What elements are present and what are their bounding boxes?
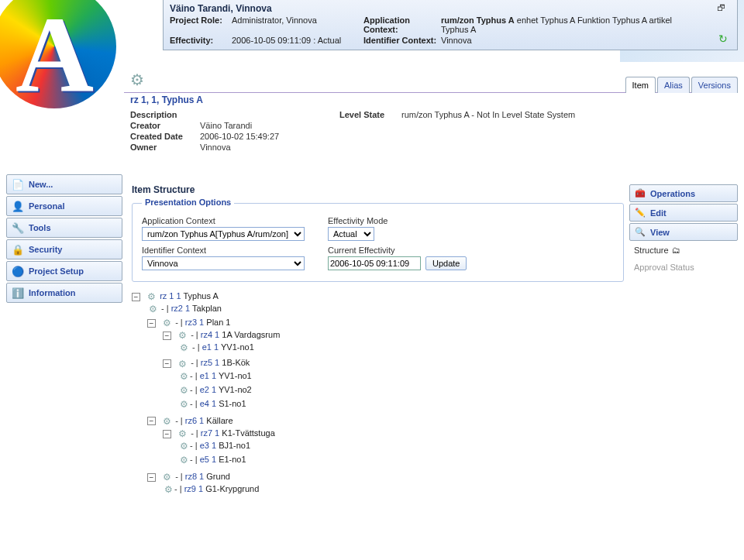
- tree-label: 1A Vardagsrum: [222, 330, 280, 339]
- owner-label: Owner: [130, 143, 200, 152]
- app-icon: 🗗: [717, 3, 729, 15]
- tree-link[interactable]: rz4 1: [201, 330, 219, 339]
- object-toolbar: ⚙ Item Alias Versions: [124, 65, 738, 93]
- gear-icon: ⚙: [180, 399, 188, 410]
- tree-link[interactable]: rz9 1: [184, 484, 203, 493]
- tree-label: G1-Krypgrund: [205, 484, 259, 493]
- presentation-legend: Presentation Options: [142, 198, 234, 207]
- created-date-value: 2006-10-02 15:49:27: [200, 132, 339, 141]
- header-panel: 🗗 Väino Tarandi, Vinnova Project Role: A…: [163, 0, 738, 50]
- person-icon: 👤: [12, 200, 24, 212]
- nav-approval-status[interactable]: Approval Status: [629, 259, 738, 275]
- collapse-icon[interactable]: −: [147, 319, 156, 328]
- collapse-icon[interactable]: −: [163, 332, 171, 340]
- cur-eff-input[interactable]: [328, 256, 421, 270]
- app-context-label: Application Context:: [363, 15, 441, 34]
- collapse-icon[interactable]: −: [147, 473, 156, 482]
- level-state-value: rum/zon Typhus A - Not In Level State Sy…: [401, 110, 738, 119]
- nav-information[interactable]: ℹ️Information: [6, 283, 122, 303]
- cur-eff-label: Current Effectivity: [328, 246, 467, 255]
- tree-label: Typhus A: [184, 291, 219, 301]
- created-date-label: Created Date: [130, 132, 200, 141]
- operations-icon: 🧰: [635, 188, 646, 198]
- id-context-field-label: Identifier Context: [142, 246, 305, 255]
- tree-link[interactable]: rz5 1: [201, 358, 219, 367]
- gear-icon: ⚙: [180, 385, 188, 396]
- pencil-icon: ✏️: [635, 208, 646, 218]
- new-icon: 📄: [12, 178, 24, 191]
- tree-link[interactable]: rz7 1: [201, 428, 219, 438]
- effectivity-label: Effectivity:: [170, 36, 232, 45]
- tree-node: ⚙ - | rz2 1 Takplan: [147, 302, 624, 316]
- refresh-icon[interactable]: ↻: [718, 33, 728, 45]
- collapse-icon[interactable]: −: [132, 293, 140, 301]
- tree-node: − ⚙ - | rz7 1 K1-Tvättstuga ⚙- | e3 1 BJ…: [163, 427, 624, 469]
- tree-label: Grund: [206, 472, 230, 481]
- tree-label: YV1-no2: [219, 385, 252, 394]
- nav-view[interactable]: 🔍View: [629, 223, 738, 241]
- tree-link[interactable]: rz2 1: [171, 304, 190, 313]
- nav-new[interactable]: 📄New...: [6, 174, 122, 194]
- collapse-icon[interactable]: −: [147, 417, 156, 425]
- tree-link[interactable]: e1 1: [200, 371, 216, 380]
- update-button[interactable]: Update: [425, 256, 467, 270]
- magnifier-icon: 🔍: [635, 227, 646, 237]
- collapse-icon[interactable]: −: [163, 359, 171, 368]
- tree-label: Plan 1: [206, 318, 230, 327]
- tree-link[interactable]: e5 1: [200, 455, 216, 464]
- gear-icon: ⚙: [178, 330, 187, 341]
- tree-label: 1B-Kök: [222, 358, 250, 367]
- setup-icon: 🔵: [12, 265, 24, 277]
- tree-node: ⚙- | e4 1 S1-no1: [178, 397, 624, 411]
- gear-icon: ⚙: [178, 428, 187, 439]
- app-context-select[interactable]: rum/zon Typhus A[Typhus A/rum/zon]: [142, 227, 305, 241]
- tree-label: S1-no1: [219, 399, 246, 408]
- tree-link[interactable]: e3 1: [200, 441, 216, 450]
- tab-item[interactable]: Item: [625, 77, 656, 93]
- nav-project-setup[interactable]: 🔵Project Setup: [6, 261, 122, 281]
- description-label: Description: [130, 110, 200, 119]
- gear-icon: ⚙: [163, 472, 171, 483]
- collapse-icon[interactable]: −: [163, 430, 171, 438]
- tree-link[interactable]: e2 1: [200, 385, 216, 394]
- object-title: rz 1, 1, Typhus A: [130, 94, 738, 105]
- tree-node: ⚙- | e3 1 BJ1-no1: [178, 439, 624, 453]
- owner-value: Vinnova: [200, 143, 339, 152]
- gear-icon: ⚙: [149, 304, 157, 314]
- nav-structure[interactable]: Structure 🗂: [629, 242, 738, 258]
- creator-value: Väino Tarandi: [200, 121, 339, 130]
- gear-icon: ⚙: [178, 359, 187, 369]
- tab-versions[interactable]: Versions: [691, 77, 738, 93]
- tab-alias[interactable]: Alias: [657, 77, 690, 93]
- tree-link[interactable]: e4 1: [200, 399, 216, 408]
- right-nav: 🧰Operations ✏️Edit 🔍View Structure 🗂 App…: [629, 184, 738, 277]
- id-context-select[interactable]: Vinnova: [142, 256, 305, 270]
- gear-icon: ⚙: [180, 342, 188, 353]
- nav-tools[interactable]: 🔧Tools: [6, 218, 122, 238]
- tree-link[interactable]: rz 1 1: [160, 291, 181, 301]
- tools-icon: 🔧: [12, 222, 24, 234]
- nav-edit[interactable]: ✏️Edit: [629, 204, 738, 222]
- tree-node: − ⚙ - | rz5 1 1B-Kök ⚙- | e1 1 YV1-no1 ⚙…: [163, 356, 624, 412]
- tree-label: YV1-no1: [221, 342, 254, 352]
- eff-mode-select[interactable]: Actual: [328, 227, 374, 241]
- tree-link[interactable]: e1 1: [202, 342, 219, 352]
- tree-node: ⚙- | e2 1 YV1-no2: [178, 383, 624, 397]
- tree-node: − ⚙ - | rz8 1 Grund ⚙- | rz9 1 G1-Krypgr…: [147, 470, 624, 498]
- item-tree: − ⚙ rz 1 1 Typhus A ⚙ - | rz2 1 Takplan …: [132, 290, 624, 500]
- tree-link[interactable]: rz6 1: [185, 416, 204, 425]
- nav-operations[interactable]: 🧰Operations: [629, 184, 738, 202]
- tree-label: K1-Tvättstuga: [222, 428, 274, 438]
- tree-link[interactable]: rz8 1: [185, 472, 204, 481]
- project-role-value: Administrator, Vinnova: [232, 15, 363, 34]
- nav-security[interactable]: 🔒Security: [6, 239, 122, 259]
- tree-link[interactable]: rz3 1: [185, 318, 204, 327]
- left-nav: 📄New... 👤Personal 🔧Tools 🔒Security 🔵Proj…: [6, 174, 122, 304]
- section-title: Item Structure: [132, 184, 624, 195]
- nav-personal[interactable]: 👤Personal: [6, 196, 122, 216]
- tree-node: − ⚙ - | rz3 1 Plan 1 − ⚙ - | rz4 1 1A Va…: [147, 316, 624, 414]
- gear-icon: ⚙: [163, 416, 171, 427]
- gear-icon: ⚙: [180, 371, 188, 382]
- tree-label: E1-no1: [219, 455, 246, 464]
- object-info: rz 1, 1, Typhus A Description Level Stat…: [124, 94, 738, 152]
